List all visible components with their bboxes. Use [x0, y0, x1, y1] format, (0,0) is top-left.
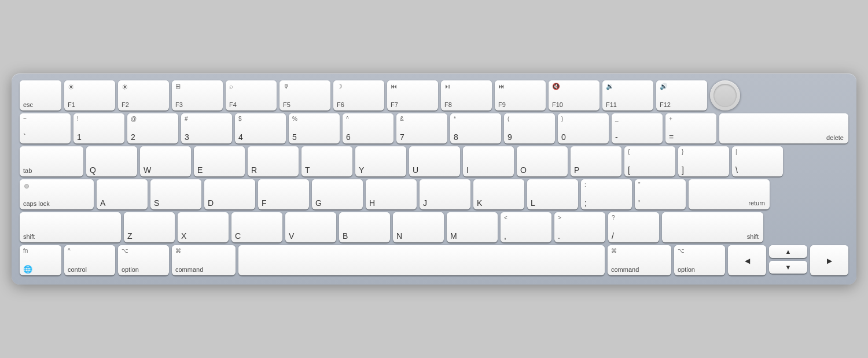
key-8[interactable]: * 8	[450, 113, 501, 143]
key-control[interactable]: ^ control	[64, 245, 115, 275]
key-7[interactable]: & 7	[396, 113, 447, 143]
key-tab[interactable]: tab	[20, 146, 83, 176]
key-w[interactable]: W	[140, 146, 191, 176]
key-right-bracket[interactable]: } ]	[678, 146, 729, 176]
key-period[interactable]: > .	[554, 212, 605, 242]
key-arrow-right[interactable]: ▶	[810, 245, 848, 275]
caps-lock-led	[24, 184, 29, 189]
key-c[interactable]: C	[231, 212, 282, 242]
bottom-row: fn 🌐 ^ control ⌥ option ⌘ command ⌘ comm…	[20, 245, 848, 275]
key-f1[interactable]: ☀ F1	[64, 80, 115, 110]
key-f[interactable]: F	[258, 179, 309, 209]
key-t[interactable]: T	[301, 146, 352, 176]
key-arrow-down[interactable]: ▼	[769, 261, 807, 274]
key-arrow-left[interactable]: ◀	[728, 245, 766, 275]
key-9[interactable]: ( 9	[504, 113, 555, 143]
key-f3[interactable]: ⊞ F3	[172, 80, 223, 110]
key-quote[interactable]: " '	[635, 179, 686, 209]
key-f4[interactable]: ⌕ F4	[226, 80, 277, 110]
key-space[interactable]	[238, 245, 605, 275]
key-left-bracket[interactable]: { [	[624, 146, 675, 176]
key-shift-left[interactable]: shift	[20, 212, 121, 242]
key-k[interactable]: K	[473, 179, 524, 209]
key-command-right[interactable]: ⌘ command	[608, 245, 671, 275]
key-2[interactable]: @ 2	[127, 113, 178, 143]
key-h[interactable]: H	[366, 179, 417, 209]
key-6[interactable]: ^ 6	[343, 113, 393, 143]
key-s[interactable]: S	[150, 179, 201, 209]
asdf-row: caps lock A S D F G H J K L : ;	[20, 179, 848, 209]
key-q[interactable]: Q	[86, 146, 137, 176]
key-minus[interactable]: _ -	[612, 113, 663, 143]
key-f8[interactable]: ⏯ F8	[441, 80, 492, 110]
key-backslash[interactable]: | \	[732, 146, 783, 176]
keyboard: esc ☀ F1 ☀ F2 ⊞ F3 ⌕ F4 🎙 F5 ☽ F6 ⏮ F7	[12, 73, 856, 285]
key-f2[interactable]: ☀ F2	[118, 80, 169, 110]
key-z[interactable]: Z	[124, 212, 175, 242]
function-key-row: esc ☀ F1 ☀ F2 ⊞ F3 ⌕ F4 🎙 F5 ☽ F6 ⏮ F7	[20, 80, 848, 110]
key-r[interactable]: R	[248, 146, 299, 176]
key-f12[interactable]: 🔊 F12	[656, 80, 707, 110]
key-f11[interactable]: 🔉 F11	[602, 80, 653, 110]
key-f10[interactable]: 🔇 F10	[549, 80, 599, 110]
key-comma[interactable]: < ,	[501, 212, 551, 242]
key-n[interactable]: N	[393, 212, 444, 242]
key-4[interactable]: $ 4	[235, 113, 286, 143]
key-command-left[interactable]: ⌘ command	[172, 245, 236, 275]
key-0[interactable]: ) 0	[558, 113, 609, 143]
key-slash[interactable]: ? /	[608, 212, 659, 242]
key-o[interactable]: O	[517, 146, 568, 176]
key-a[interactable]: A	[97, 179, 148, 209]
key-arrow-up[interactable]: ▲	[769, 245, 807, 258]
key-x[interactable]: X	[178, 212, 229, 242]
touch-id-sensor	[713, 84, 737, 107]
key-return[interactable]: return	[689, 179, 770, 209]
key-m[interactable]: M	[447, 212, 498, 242]
key-v[interactable]: V	[285, 212, 336, 242]
key-5[interactable]: % 5	[289, 113, 340, 143]
touch-id-button[interactable]	[710, 80, 740, 110]
key-b[interactable]: B	[339, 212, 390, 242]
key-f9[interactable]: ⏭ F9	[495, 80, 546, 110]
key-fn[interactable]: fn 🌐	[20, 245, 61, 275]
key-g[interactable]: G	[312, 179, 363, 209]
key-i[interactable]: I	[463, 146, 514, 176]
number-row: ~ ` ! 1 @ 2 # 3 $ 4 % 5 ^ 6 & 7	[20, 113, 848, 143]
key-option-left[interactable]: ⌥ option	[118, 245, 169, 275]
key-tilde[interactable]: ~ `	[20, 113, 71, 143]
key-f7[interactable]: ⏮ F7	[387, 80, 438, 110]
key-delete[interactable]: delete	[719, 113, 848, 143]
key-j[interactable]: J	[420, 179, 470, 209]
key-u[interactable]: U	[409, 146, 460, 176]
key-caps-lock[interactable]: caps lock	[20, 179, 94, 209]
key-d[interactable]: D	[204, 179, 255, 209]
key-1[interactable]: ! 1	[73, 113, 124, 143]
arrow-up-down-cluster: ▲ ▼	[769, 245, 807, 275]
key-esc[interactable]: esc	[20, 80, 61, 110]
key-semicolon[interactable]: : ;	[581, 179, 632, 209]
key-3[interactable]: # 3	[181, 113, 232, 143]
key-f5[interactable]: 🎙 F5	[279, 80, 330, 110]
key-f6[interactable]: ☽ F6	[333, 80, 384, 110]
qwerty-row: tab Q W E R T Y U I O P	[20, 146, 848, 176]
key-shift-right[interactable]: shift	[662, 212, 763, 242]
key-p[interactable]: P	[571, 146, 621, 176]
key-l[interactable]: L	[527, 179, 578, 209]
key-y[interactable]: Y	[355, 146, 406, 176]
key-e[interactable]: E	[194, 146, 245, 176]
key-option-right[interactable]: ⌥ option	[674, 245, 725, 275]
key-equals[interactable]: + =	[665, 113, 716, 143]
zxcv-row: shift Z X C V B N M < , > .	[20, 212, 848, 242]
